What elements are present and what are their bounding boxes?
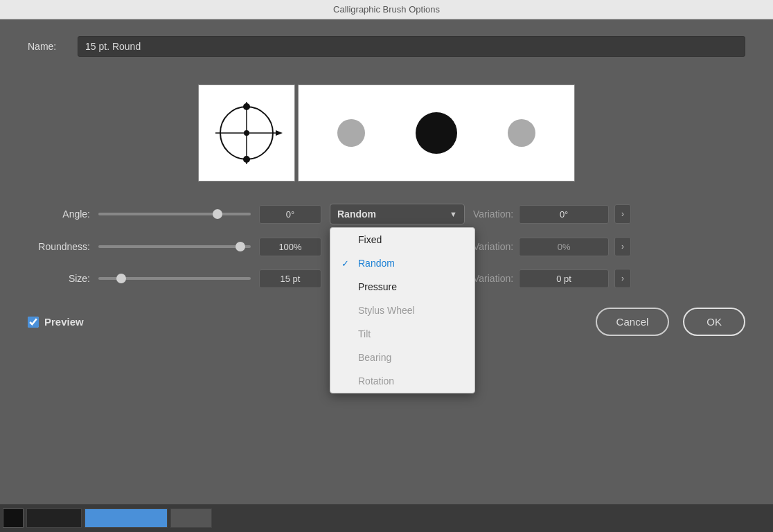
size-variation-label: Variation: [473, 273, 513, 284]
name-label: Name: [28, 41, 69, 52]
bottom-toolbar [0, 504, 773, 532]
dropdown-item-random[interactable]: ✓ Random [330, 251, 474, 275]
dropdown-arrow-icon: ▼ [450, 210, 457, 218]
dropdown-item-fixed[interactable]: Fixed [330, 228, 474, 251]
dialog-body: Name: [0, 19, 773, 532]
preview-checkbox[interactable] [28, 317, 39, 328]
roundness-variation-arrow[interactable]: › [614, 237, 631, 256]
angle-value-input[interactable] [259, 205, 321, 224]
angle-label: Angle: [28, 209, 90, 220]
toolbar-item-2[interactable] [85, 508, 168, 528]
dropdown-item-stylus-wheel-label: Stylus Wheel [358, 305, 415, 316]
preview-text: Preview [44, 316, 84, 328]
svg-point-6 [244, 130, 249, 136]
controls-section: Angle: Random ▼ Fixed ✓ [28, 204, 745, 288]
angle-variation-input[interactable] [519, 205, 609, 224]
dropdown-item-bearing-label: Bearing [358, 352, 391, 363]
preview-row [28, 85, 745, 181]
angle-dropdown-button[interactable]: Random ▼ [330, 204, 465, 224]
angle-dropdown-container: Random ▼ Fixed ✓ Random Pressure [330, 204, 465, 224]
roundness-value-input[interactable] [259, 238, 321, 256]
size-slider-track[interactable] [98, 277, 251, 280]
dropdown-item-random-label: Random [358, 258, 395, 269]
ok-button[interactable]: OK [683, 308, 745, 336]
svg-point-5 [243, 156, 250, 163]
roundness-variation-row: Variation: › [473, 237, 631, 256]
title-bar: Calligraphic Brush Options [0, 0, 773, 19]
size-label: Size: [28, 273, 90, 284]
roundness-label: Roundness: [28, 241, 90, 252]
roundness-variation-input[interactable] [519, 238, 609, 256]
roundness-slider-track[interactable] [98, 245, 251, 248]
angle-row: Angle: Random ▼ Fixed ✓ [28, 204, 745, 224]
name-input[interactable] [78, 36, 745, 57]
brush-shape-svg [208, 95, 285, 171]
angle-variation-label: Variation: [473, 209, 513, 220]
brush-preview-small-right [508, 119, 535, 147]
brush-editor-box [198, 85, 295, 181]
brush-preview-large-center [416, 112, 457, 154]
size-value-input[interactable] [259, 269, 321, 288]
name-row: Name: [28, 36, 745, 57]
cancel-button[interactable]: Cancel [596, 308, 670, 336]
size-variation-input[interactable] [519, 269, 609, 288]
dropdown-item-fixed-label: Fixed [358, 234, 382, 245]
angle-variation-row: Variation: › [473, 204, 631, 224]
dropdown-item-tilt-label: Tilt [358, 328, 371, 339]
dropdown-item-bearing: Bearing [330, 346, 474, 369]
dropdown-item-stylus-wheel: Stylus Wheel [330, 299, 474, 322]
brush-preview-box [298, 85, 575, 181]
svg-marker-2 [276, 130, 283, 136]
brush-preview-small-left [337, 119, 365, 147]
angle-dropdown-label: Random [337, 209, 376, 220]
svg-point-4 [243, 103, 250, 110]
size-slider-thumb[interactable] [116, 274, 126, 283]
size-variation-arrow[interactable]: › [614, 269, 631, 288]
roundness-variation-label: Variation: [473, 241, 513, 252]
dialog-title: Calligraphic Brush Options [333, 4, 440, 15]
size-variation-row: Variation: › [473, 269, 631, 288]
preview-label[interactable]: Preview [28, 316, 84, 328]
angle-slider-track[interactable] [98, 213, 251, 215]
random-checkmark: ✓ [341, 258, 351, 269]
toolbar-swatch-1[interactable] [3, 508, 24, 528]
angle-slider-thumb[interactable] [213, 209, 222, 219]
roundness-slider-thumb[interactable] [236, 242, 245, 251]
dropdown-item-pressure-label: Pressure [358, 281, 397, 292]
dropdown-item-tilt: Tilt [330, 322, 474, 346]
angle-variation-arrow[interactable]: › [614, 204, 631, 224]
toolbar-item-3[interactable] [170, 508, 212, 528]
dropdown-menu: Fixed ✓ Random Pressure Stylus Wheel [330, 227, 475, 393]
dropdown-item-pressure[interactable]: Pressure [330, 275, 474, 299]
dropdown-item-rotation-label: Rotation [358, 375, 394, 387]
toolbar-item-1[interactable] [26, 508, 82, 528]
dropdown-item-rotation: Rotation [330, 369, 474, 393]
